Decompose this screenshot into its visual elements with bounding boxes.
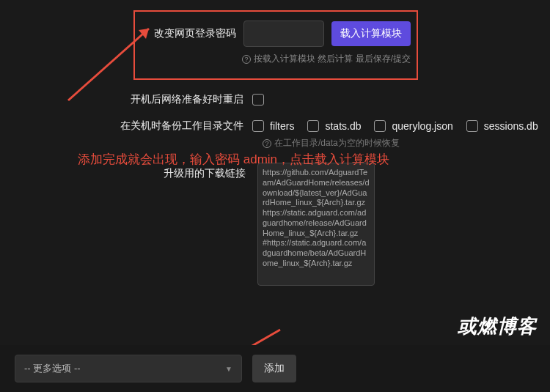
bottom-bar: -- 更多选项 -- ▼ 添加	[0, 345, 550, 392]
backup-filters-checkbox[interactable]	[252, 120, 264, 132]
help-icon: ?	[242, 55, 251, 64]
backup-label: 在关机时备份工作目录文件	[120, 119, 243, 133]
password-help: ?按载入计算模块 然后计算 最后保存/提交	[242, 53, 411, 65]
password-input[interactable]	[243, 21, 324, 47]
backup-sessions-checkbox[interactable]	[466, 120, 478, 132]
select-placeholder: -- 更多选项 --	[24, 362, 81, 375]
backup-opt-0: filters	[270, 120, 294, 132]
password-label: 改变网页登录密码	[141, 27, 236, 40]
chevron-down-icon: ▼	[225, 365, 232, 373]
backup-help: ?在工作目录/data为空的时候恢复	[263, 137, 550, 149]
help-icon: ?	[263, 139, 271, 148]
add-button[interactable]: 添加	[252, 355, 296, 382]
backup-querylog-checkbox[interactable]	[374, 120, 386, 132]
load-compute-button[interactable]: 载入计算模块	[331, 21, 411, 46]
backup-opt-2: querylog.json	[392, 120, 452, 132]
backup-stats-checkbox[interactable]	[307, 120, 319, 132]
annotation-text-1: 添加完成就会出现，输入密码 admin，点击载入计算模块	[78, 151, 389, 168]
restart-checkbox[interactable]	[252, 94, 264, 106]
restart-label: 开机后网络准备好时重启	[131, 93, 243, 106]
more-options-select[interactable]: -- 更多选项 -- ▼	[15, 355, 242, 382]
download-links-textarea[interactable]	[257, 163, 375, 286]
backup-opt-1: stats.db	[325, 120, 361, 132]
password-section-highlight: 改变网页登录密码 载入计算模块 ?按载入计算模块 然后计算 最后保存/提交	[133, 10, 418, 80]
backup-opt-3: sessions.db	[484, 120, 538, 132]
watermark: 或燃博客	[458, 314, 537, 339]
